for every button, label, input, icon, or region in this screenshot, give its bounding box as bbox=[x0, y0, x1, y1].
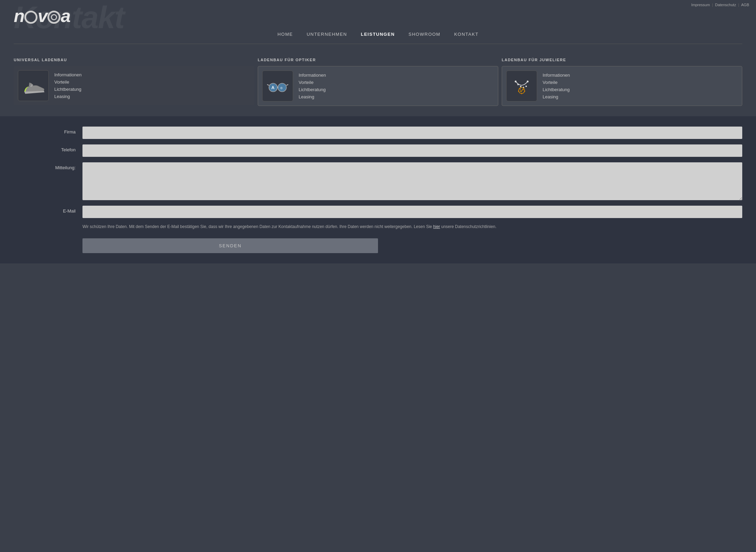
svg-point-18 bbox=[518, 90, 520, 92]
universal-leasing[interactable]: Leasing bbox=[54, 94, 82, 99]
menu-links-optiker: Informationen Vorteile Lichtberatung Lea… bbox=[299, 71, 326, 101]
menu-links-universal: Informationen Vorteile Lichtberatung Lea… bbox=[54, 70, 82, 101]
menu-col-juweliere: LADENBAU FÜR JUWELIERE bbox=[502, 58, 742, 106]
svg-point-15 bbox=[520, 88, 521, 90]
nav-leistungen[interactable]: LEISTUNGEN bbox=[361, 32, 395, 37]
universal-vorteile[interactable]: Vorteile bbox=[54, 79, 82, 85]
privacy-link[interactable]: hier bbox=[433, 224, 440, 229]
juweliere-icon-box bbox=[506, 71, 537, 101]
telefon-row: Telefon bbox=[14, 144, 742, 157]
jewelry-icon bbox=[510, 74, 534, 98]
glasses-icon: A o bbox=[266, 74, 290, 98]
juweliere-vorteile[interactable]: Vorteile bbox=[543, 80, 570, 85]
shoe-icon bbox=[21, 74, 45, 98]
mitteilung-label: Mitteilung: bbox=[14, 162, 82, 170]
svg-point-13 bbox=[520, 90, 522, 92]
svg-point-8 bbox=[520, 86, 521, 87]
firma-input[interactable] bbox=[82, 127, 742, 139]
email-input[interactable] bbox=[82, 206, 742, 218]
menu-links-juweliere: Informationen Vorteile Lichtberatung Lea… bbox=[543, 71, 570, 101]
telefon-input[interactable] bbox=[82, 144, 742, 157]
main-content: UNIVERSAL LADENBAU bbox=[0, 47, 756, 116]
nav-unternehmen[interactable]: UNTERNEHMEN bbox=[307, 32, 347, 37]
nav-kontakt[interactable]: KONTAKT bbox=[454, 32, 479, 37]
menu-col-optiker-title: LADENBAU FÜR OPTIKER bbox=[258, 58, 498, 62]
menu-col-juweliere-title: LADENBAU FÜR JUWELIERE bbox=[502, 58, 742, 62]
universal-icon-box bbox=[18, 70, 49, 101]
optiker-lichtberatung[interactable]: Lichtberatung bbox=[299, 87, 326, 92]
firma-row: Firma bbox=[14, 127, 742, 139]
mitteilung-row: Mitteilung: bbox=[14, 162, 742, 200]
svg-point-7 bbox=[517, 84, 519, 85]
svg-text:A: A bbox=[271, 85, 275, 90]
menu-col-juweliere-content: Informationen Vorteile Lichtberatung Lea… bbox=[502, 66, 742, 106]
menu-col-universal-title: UNIVERSAL LADENBAU bbox=[14, 58, 254, 62]
svg-point-10 bbox=[525, 86, 527, 87]
form-section: Firma Telefon Mitteilung: E-Mail Wir sch… bbox=[0, 116, 756, 263]
email-row: E-Mail bbox=[14, 206, 742, 218]
logo-text: nva bbox=[14, 7, 70, 25]
universal-lichtberatung[interactable]: Lichtberatung bbox=[54, 87, 82, 92]
svg-point-16 bbox=[523, 89, 524, 90]
universal-informationen[interactable]: Informationen bbox=[54, 72, 82, 77]
menu-col-universal-content: Informationen Vorteile Lichtberatung Lea… bbox=[14, 66, 254, 105]
header: Kontakt nva HOME UNTERNEHMEN LEISTUNGEN … bbox=[0, 0, 756, 47]
optiker-vorteile[interactable]: Vorteile bbox=[299, 80, 326, 85]
logo: nva bbox=[14, 7, 742, 25]
nav-showroom[interactable]: SHOWROOM bbox=[409, 32, 441, 37]
privacy-text: Wir schützen Ihre Daten. Mit dem Senden … bbox=[82, 224, 742, 230]
svg-point-6 bbox=[515, 80, 516, 82]
svg-point-19 bbox=[524, 90, 525, 92]
nav-home[interactable]: HOME bbox=[277, 32, 293, 37]
svg-text:o: o bbox=[280, 86, 282, 90]
telefon-label: Telefon bbox=[14, 144, 82, 152]
menu-divider-1 bbox=[256, 58, 256, 106]
email-label: E-Mail bbox=[14, 206, 82, 214]
menu-divider-2 bbox=[500, 58, 500, 106]
svg-point-17 bbox=[521, 93, 522, 94]
send-btn-row: SENDEN bbox=[82, 238, 742, 253]
juweliere-leasing[interactable]: Leasing bbox=[543, 94, 570, 99]
mega-menu: UNIVERSAL LADENBAU bbox=[14, 58, 742, 106]
juweliere-informationen[interactable]: Informationen bbox=[543, 73, 570, 78]
mitteilung-textarea[interactable] bbox=[82, 162, 742, 200]
optiker-informationen[interactable]: Informationen bbox=[299, 73, 326, 78]
svg-point-11 bbox=[527, 80, 529, 82]
menu-col-optiker-content: A o Informationen Vorteile Lichtberatung… bbox=[258, 66, 498, 106]
juweliere-lichtberatung[interactable]: Lichtberatung bbox=[543, 87, 570, 92]
menu-col-universal: UNIVERSAL LADENBAU bbox=[14, 58, 254, 106]
optiker-leasing[interactable]: Leasing bbox=[299, 94, 326, 99]
svg-line-2 bbox=[267, 85, 269, 86]
optiker-icon-box: A o bbox=[262, 71, 293, 101]
firma-label: Firma bbox=[14, 127, 82, 134]
svg-line-3 bbox=[286, 85, 288, 86]
main-nav: HOME UNTERNEHMEN LEISTUNGEN SHOWROOM KON… bbox=[14, 25, 742, 44]
menu-col-optiker: LADENBAU FÜR OPTIKER bbox=[258, 58, 498, 106]
send-button[interactable]: SENDEN bbox=[82, 238, 378, 253]
